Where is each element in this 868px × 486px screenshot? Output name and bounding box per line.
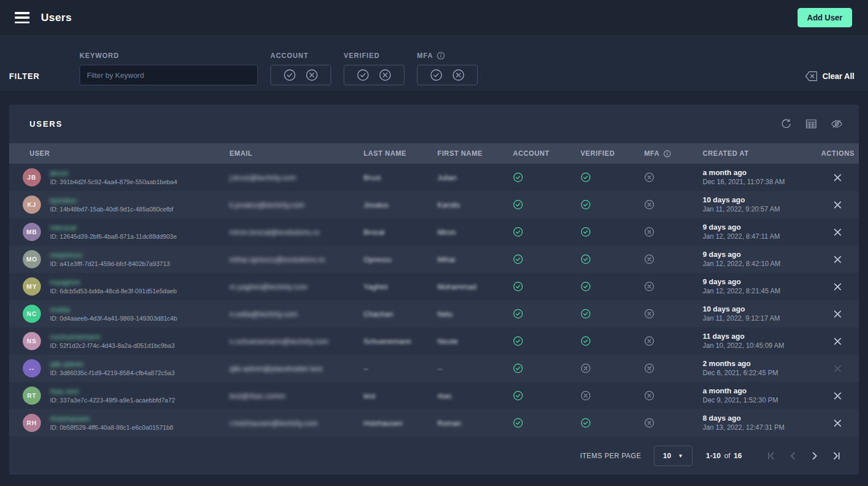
user-email-redacted: m.yaghini@techirly.com <box>229 283 364 291</box>
first-page-icon[interactable] <box>767 451 776 460</box>
check-circle-icon[interactable] <box>283 69 296 81</box>
next-page-icon[interactable] <box>810 451 819 460</box>
col-user[interactable]: USER <box>9 149 229 157</box>
avatar: RT <box>23 387 41 405</box>
delete-user-button[interactable] <box>833 283 842 291</box>
user-first-name-redacted: Nicole <box>437 337 513 346</box>
cross-circle-icon <box>644 200 654 210</box>
mfa-status <box>644 200 703 210</box>
add-user-button[interactable]: Add User <box>798 8 852 27</box>
check-circle-icon[interactable] <box>430 69 443 81</box>
user-name-redacted: mbrocal <box>50 223 177 232</box>
verified-status <box>581 281 644 292</box>
created-timestamp: Jan 11, 2022, 9:20:57 AM <box>703 205 818 214</box>
cross-circle-icon[interactable] <box>452 69 465 81</box>
col-last-name[interactable]: LAST NAME <box>364 149 437 157</box>
user-id: ID: 0d4aaeeb-4d3f-4a41-9869-149303d81c4b <box>50 314 177 323</box>
user-name-redacted: qlik-admin <box>50 360 175 368</box>
mfa-status <box>644 309 703 319</box>
user-email-redacted: j.brust@techirly.com <box>229 173 364 182</box>
user-first-name-redacted: Nelu <box>437 310 513 318</box>
check-circle-icon <box>581 200 591 210</box>
user-email-redacted: miron.brocal@evolutions.ro <box>229 228 364 236</box>
verified-filter-label: VERIFIED <box>344 52 404 60</box>
account-status <box>513 363 581 373</box>
created-relative: 9 days ago <box>703 223 818 232</box>
col-first-name[interactable]: FIRST NAME <box>437 149 513 157</box>
check-circle-icon <box>513 281 523 292</box>
cross-circle-icon[interactable] <box>306 69 318 81</box>
chevron-down-icon: ▼ <box>678 453 683 459</box>
delete-user-button[interactable] <box>833 173 842 182</box>
cross-circle-icon <box>644 418 654 428</box>
user-last-name-redacted: Brust <box>364 173 437 182</box>
refresh-icon[interactable] <box>781 118 792 130</box>
mfa-status <box>644 281 703 292</box>
account-filter-group: ACCOUNT <box>270 52 331 85</box>
user-email-redacted: n.schuenemann@techirly.com <box>229 337 364 346</box>
verified-status <box>581 227 644 237</box>
check-circle-icon <box>581 254 591 264</box>
mfa-status <box>644 391 703 401</box>
user-id: ID: 3d86035c-f1d9-4219-8584-cfb4a872c5a3 <box>50 369 175 377</box>
delete-user-button[interactable] <box>833 337 842 346</box>
delete-user-button[interactable] <box>833 201 842 209</box>
keyword-filter-input[interactable] <box>80 65 258 85</box>
cross-circle-icon <box>644 227 654 237</box>
user-last-name-redacted: Chachan <box>364 310 437 318</box>
delete-user-button[interactable] <box>833 228 842 236</box>
col-created-at[interactable]: CREATED AT <box>703 149 818 157</box>
created-relative: 10 days ago <box>703 305 818 314</box>
col-account[interactable]: ACCOUNT <box>513 149 581 157</box>
user-last-name-redacted: Oprescu <box>364 255 437 264</box>
created-timestamp: Dec 16, 2021, 11:07:38 AM <box>703 177 818 186</box>
table-row: NS nschuenemann ID: 52f1d2c2-f74c-4d43-8… <box>9 327 859 355</box>
info-icon[interactable] <box>663 150 671 157</box>
col-mfa[interactable]: MFA <box>644 149 703 157</box>
check-circle-icon <box>513 309 523 319</box>
user-last-name-redacted: Jovalus <box>364 201 437 209</box>
clear-all-button[interactable]: Clear All <box>805 71 854 81</box>
account-filter-toggle <box>270 65 331 85</box>
user-name-redacted: rbac-test <box>50 387 175 396</box>
mfa-filter-toggle <box>417 65 478 85</box>
info-icon[interactable] <box>437 52 445 60</box>
col-email[interactable]: EMAIL <box>229 149 364 157</box>
table-columns-icon[interactable] <box>806 118 817 130</box>
user-last-name-redacted: Schuenemann <box>364 337 437 346</box>
verified-status <box>581 254 644 264</box>
menu-icon[interactable] <box>15 12 30 23</box>
col-verified[interactable]: VERIFIED <box>581 149 644 157</box>
delete-user-button <box>833 364 842 373</box>
avatar: MB <box>23 223 41 241</box>
items-per-page-select[interactable]: 10 ▼ <box>654 446 692 466</box>
page-title: Users <box>41 11 72 24</box>
avatar: NC <box>23 305 41 323</box>
last-page-icon[interactable] <box>832 451 841 460</box>
account-filter-label: ACCOUNT <box>270 52 331 60</box>
delete-user-button[interactable] <box>833 255 842 264</box>
eye-off-icon[interactable] <box>831 118 843 130</box>
verified-status <box>581 309 644 319</box>
previous-page-icon[interactable] <box>788 451 798 460</box>
table-row: MO moprescu ID: a41e3fff-7d21-459d-bfcf-… <box>9 246 859 273</box>
check-circle-icon <box>581 227 591 237</box>
check-circle-icon <box>513 200 523 210</box>
created-relative: a month ago <box>703 168 818 177</box>
user-first-name-redacted: Roman <box>437 419 513 427</box>
user-id: ID: 391b4d2f-5c92-4aa4-879e-550aab1beba4 <box>50 178 177 186</box>
avatar: NS <box>23 332 41 350</box>
delete-user-button[interactable] <box>833 392 842 400</box>
user-id: ID: 12645d39-2bf6-4ba8-871a-11dc88dd903e <box>50 232 177 241</box>
users-panel: USERS USER EMAIL LAST NAME FIRST NAME AC… <box>9 105 859 475</box>
check-circle-icon <box>513 227 523 237</box>
table-row: JB jbrust ID: 391b4d2f-5c92-4aa4-879e-55… <box>9 164 859 191</box>
pagination-bar: ITEMS PER PAGE 10 ▼ 1-10 of 16 <box>9 437 859 475</box>
keyword-label: KEYWORD <box>80 52 258 60</box>
check-circle-icon[interactable] <box>357 69 369 81</box>
delete-user-button[interactable] <box>833 310 842 318</box>
delete-user-button[interactable] <box>833 419 842 427</box>
table-row: MB mbrocal ID: 12645d39-2bf6-4ba8-871a-1… <box>9 218 859 246</box>
cross-circle-icon[interactable] <box>379 69 391 81</box>
cross-circle-icon <box>644 363 654 373</box>
